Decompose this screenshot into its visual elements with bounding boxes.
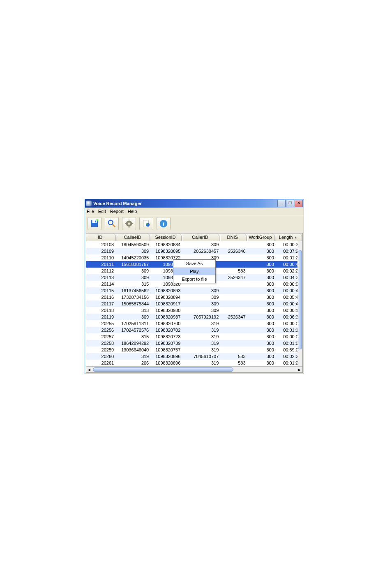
menu-help[interactable]: Help — [128, 209, 137, 214]
grid-body[interactable]: 2010818045590509109832068430930000:00:30… — [86, 241, 302, 366]
column-header-session[interactable]: SessionID — [151, 233, 182, 241]
cell: 583 — [220, 354, 247, 359]
cell: 7045610707 — [182, 354, 220, 359]
cell: 300 — [247, 242, 276, 247]
hscroll-track[interactable] — [92, 367, 297, 372]
sort-asc-icon: ▲ — [294, 236, 297, 239]
db-icon — [142, 219, 151, 228]
close-button[interactable]: × — [295, 200, 303, 207]
cell: 2526346 — [220, 249, 247, 254]
cell: 1098320894 — [150, 295, 182, 300]
hscroll-left-arrow[interactable]: ◄ — [86, 367, 92, 372]
cell: 315 — [116, 334, 150, 339]
column-header-id[interactable]: ID — [87, 233, 116, 241]
cell: 309 — [116, 249, 150, 254]
menu-report[interactable]: Report — [110, 209, 124, 214]
table-row[interactable]: 202603191098320896704561070758330000:02:… — [86, 353, 302, 360]
toolbar-search-button[interactable] — [105, 217, 119, 230]
hscroll-thumb[interactable] — [93, 367, 233, 372]
cell: 1098320700 — [150, 321, 182, 326]
cell: 206 — [116, 360, 150, 365]
toolbar-info-button[interactable]: i — [157, 217, 171, 230]
cell: 300 — [247, 354, 276, 359]
horizontal-scrollbar[interactable]: ◄ ► — [86, 366, 302, 372]
toolbar-db-button[interactable] — [139, 217, 153, 230]
cell: 583 — [220, 268, 247, 273]
cell: 300 — [247, 275, 276, 280]
table-row[interactable]: 20261206109832089631958330000:01:25 — [86, 360, 302, 366]
menu-file[interactable]: File — [87, 209, 94, 214]
table-row[interactable]: 2025617024572576109832070231930000:01:17 — [86, 327, 302, 333]
table-row[interactable]: 2025818642894292109832073931930000:01:09 — [86, 340, 302, 347]
window-title: Voice Record Manager — [93, 201, 277, 206]
app-window: Voice Record Manager _ □ × File Edit Rep… — [85, 199, 304, 374]
context-export[interactable]: Export to file — [173, 275, 215, 283]
cell: 309 — [182, 242, 220, 247]
cell: 315 — [116, 282, 150, 287]
cell: 1098320702 — [150, 328, 182, 333]
cell: 20256 — [86, 328, 116, 333]
cell: 20260 — [86, 354, 116, 359]
table-row[interactable]: 2011516137456562109832089330930000:00:41 — [86, 287, 302, 294]
titlebar[interactable]: Voice Record Manager _ □ × — [85, 199, 304, 208]
hscroll-right-arrow[interactable]: ► — [297, 367, 302, 372]
cell: 319 — [182, 334, 220, 339]
table-row[interactable]: 2025517025911811109832070031930000:00:02 — [86, 320, 302, 327]
svg-rect-9 — [129, 226, 129, 228]
cell: 17328734156 — [116, 295, 150, 300]
cell: 583 — [220, 360, 247, 365]
cell: 300 — [247, 314, 276, 319]
column-header-callee[interactable]: CalleeID — [117, 233, 150, 241]
cell: 20259 — [86, 347, 116, 352]
column-header-length[interactable]: Length▲ — [276, 233, 302, 241]
svg-point-13 — [146, 223, 150, 226]
cell: 20119 — [86, 314, 116, 319]
toolbar-config-button[interactable] — [122, 217, 136, 230]
table-row[interactable]: 2011930910983209377057929192252634730000… — [86, 314, 302, 320]
cell: 319 — [182, 347, 220, 352]
table-row[interactable]: 2010818045590509109832068430930000:00:30 — [86, 241, 302, 248]
cell: 300 — [247, 334, 276, 339]
cell: 313 — [116, 308, 150, 313]
column-header-workgroup[interactable]: WorkGroup — [247, 233, 275, 241]
svg-line-5 — [113, 224, 115, 227]
table-row[interactable]: 2011617328734156109832089430930000:05:48 — [86, 294, 302, 300]
context-play[interactable]: Play — [173, 268, 215, 275]
column-header-caller[interactable]: CallerID — [182, 233, 219, 241]
table-row[interactable]: 2025913036646040109832075731930000:59:07 — [86, 347, 302, 353]
context-menu: Save As Play Export to file — [173, 259, 216, 283]
cell: 20258 — [86, 341, 116, 346]
cell: 15618381767 — [116, 262, 150, 267]
cell: 309 — [182, 301, 220, 306]
table-row[interactable]: 2011715085875844109832091730930000:00:48 — [86, 300, 302, 307]
context-save-as[interactable]: Save As — [173, 260, 215, 268]
table-row[interactable]: 20257315109832072331930000:00:06 — [86, 333, 302, 340]
cell: 17024572576 — [116, 328, 150, 333]
cell: 319 — [116, 354, 150, 359]
minimize-button[interactable]: _ — [277, 200, 286, 207]
cell: 7057929192 — [182, 314, 220, 319]
table-row[interactable]: 2010930910983206952052630457252634630000… — [86, 248, 302, 254]
table-row[interactable]: 20118313109832093030930000:00:11 — [86, 307, 302, 314]
menu-edit[interactable]: Edit — [98, 209, 106, 214]
maximize-button[interactable]: □ — [286, 200, 294, 207]
column-header-dnis[interactable]: DNIS — [220, 233, 247, 241]
cell: 1098320695 — [150, 249, 182, 254]
cell: 300 — [247, 308, 276, 313]
cell: 300 — [247, 347, 276, 352]
vscroll-thumb[interactable] — [298, 250, 302, 349]
cell: 309 — [182, 288, 220, 293]
cell: 20111 — [86, 262, 116, 267]
cell: 20109 — [86, 249, 116, 254]
vertical-scrollbar[interactable] — [297, 241, 302, 372]
cell: 300 — [247, 255, 276, 260]
cell: 20117 — [86, 301, 116, 306]
cell: 300 — [247, 341, 276, 346]
menubar: File Edit Report Help — [85, 208, 304, 215]
toolbar-save-button[interactable] — [88, 217, 101, 230]
cell: 300 — [247, 328, 276, 333]
cell: 300 — [247, 360, 276, 365]
gear-icon — [125, 219, 134, 228]
cell: 1098320937 — [150, 314, 182, 319]
cell: 1098320896 — [150, 360, 182, 365]
